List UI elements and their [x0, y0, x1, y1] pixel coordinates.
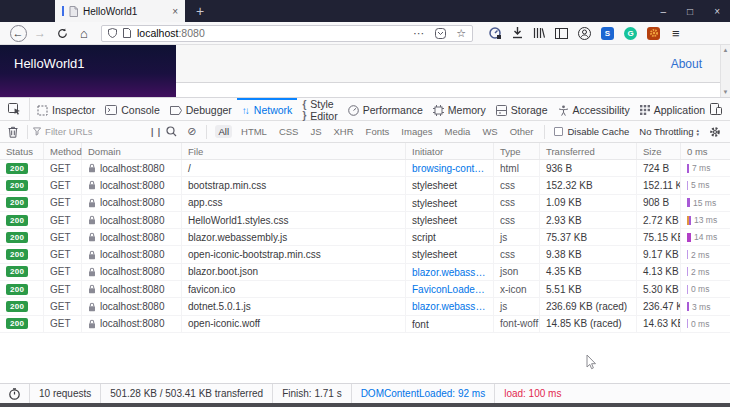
- sidebar-icon[interactable]: [555, 28, 568, 39]
- initiator-cell[interactable]: stylesheet: [406, 212, 494, 228]
- tab-close-icon[interactable]: ×: [172, 6, 178, 17]
- col-method[interactable]: Method: [44, 143, 82, 159]
- tab-accessibility[interactable]: Accessibility: [553, 98, 635, 120]
- file-cell[interactable]: open-iconic.woff: [182, 316, 406, 332]
- filter-other[interactable]: Other: [507, 125, 537, 138]
- initiator-cell[interactable]: blazor.webassembly.js:…: [406, 264, 494, 280]
- file-cell[interactable]: app.css: [182, 195, 406, 211]
- filter-css[interactable]: CSS: [276, 125, 302, 138]
- tab-application[interactable]: Application: [635, 98, 710, 120]
- bookmark-star-icon[interactable]: ☆: [456, 27, 466, 40]
- tab-style-editor[interactable]: { } Style Editor: [297, 98, 342, 120]
- download-icon[interactable]: [512, 27, 523, 39]
- reload-button[interactable]: [51, 28, 73, 39]
- table-row[interactable]: 200 GET localhost:8080 / browsing-contex…: [0, 160, 730, 177]
- about-link[interactable]: About: [671, 57, 702, 71]
- scroll-down-icon[interactable]: ▼: [723, 89, 729, 95]
- account-icon[interactable]: [578, 27, 591, 40]
- file-cell[interactable]: blazor.webassembly.js: [182, 229, 406, 245]
- forward-button[interactable]: →: [29, 26, 51, 40]
- initiator-cell[interactable]: blazor.webassembly.js:…: [406, 298, 494, 314]
- table-row[interactable]: 200 GET localhost:8080 open-iconic.woff …: [0, 316, 730, 333]
- file-cell[interactable]: HelloWorld1.styles.css: [182, 212, 406, 228]
- s-extension-icon[interactable]: S: [601, 27, 614, 40]
- page-info-icon[interactable]: [123, 28, 131, 38]
- col-domain[interactable]: Domain: [82, 143, 182, 159]
- initiator-cell[interactable]: FaviconLoader.jsm:191…: [406, 281, 494, 297]
- table-row[interactable]: 200 GET localhost:8080 blazor.boot.json …: [0, 264, 730, 281]
- scroll-up-icon[interactable]: ▲: [723, 47, 729, 53]
- file-cell[interactable]: favicon.ico: [182, 281, 406, 297]
- url-text[interactable]: localhost:8080: [137, 27, 205, 39]
- window-maximize-button[interactable]: □: [687, 6, 693, 17]
- file-cell[interactable]: /: [182, 160, 406, 176]
- library-icon[interactable]: [533, 27, 545, 39]
- page-actions-icon[interactable]: ⋯: [413, 27, 425, 40]
- tab-debugger[interactable]: Debugger: [165, 98, 237, 120]
- initiator-cell[interactable]: stylesheet: [406, 177, 494, 193]
- page-brand[interactable]: HelloWorld1: [14, 56, 85, 71]
- filter-images[interactable]: Images: [398, 125, 435, 138]
- filter-html[interactable]: HTML: [238, 125, 270, 138]
- table-row[interactable]: 200 GET localhost:8080 favicon.ico Favic…: [0, 281, 730, 298]
- file-cell[interactable]: dotnet.5.0.1.js: [182, 298, 406, 314]
- col-transferred[interactable]: Transferred: [540, 143, 637, 159]
- initiator-cell[interactable]: stylesheet: [406, 246, 494, 262]
- url-bar[interactable]: localhost:8080 ⋯ ☆: [101, 25, 473, 42]
- shield-icon[interactable]: [108, 28, 117, 38]
- element-picker-icon[interactable]: [0, 98, 30, 120]
- filter-urls-input[interactable]: [45, 126, 151, 137]
- tab-inspector[interactable]: Inspector: [32, 98, 100, 120]
- file-cell[interactable]: blazor.boot.json: [182, 264, 406, 280]
- file-cell[interactable]: open-iconic-bootstrap.min.css: [182, 246, 406, 262]
- table-row[interactable]: 200 GET localhost:8080 HelloWorld1.style…: [0, 212, 730, 229]
- filter-xhr[interactable]: XHR: [331, 125, 357, 138]
- network-settings-gear-icon[interactable]: [709, 126, 721, 138]
- filter-media[interactable]: Media: [442, 125, 474, 138]
- tab-memory[interactable]: Memory: [428, 98, 491, 120]
- home-button[interactable]: ⌂: [73, 26, 95, 41]
- throttling-dropdown[interactable]: No Throttling ▴▾: [639, 126, 699, 137]
- tab-performance[interactable]: Performance: [343, 98, 428, 120]
- menu-icon[interactable]: ≡: [672, 26, 680, 41]
- table-row[interactable]: 200 GET localhost:8080 dotnet.5.0.1.js b…: [0, 298, 730, 315]
- tab-network[interactable]: ↑↓ Network: [237, 98, 298, 120]
- col-file[interactable]: File: [182, 143, 406, 159]
- filter-urls-field[interactable]: [33, 126, 151, 137]
- filter-js[interactable]: JS: [307, 125, 324, 138]
- responsive-design-icon[interactable]: [710, 103, 722, 115]
- col-status[interactable]: Status: [0, 143, 44, 159]
- table-row[interactable]: 200 GET localhost:8080 open-iconic-boots…: [0, 246, 730, 263]
- clear-requests-icon[interactable]: [0, 126, 22, 138]
- filter-fonts[interactable]: Fonts: [363, 125, 393, 138]
- initiator-cell[interactable]: browsing-context.js:11…: [406, 160, 494, 176]
- tab-console[interactable]: Console: [100, 98, 165, 120]
- block-requests-icon[interactable]: ⊘: [187, 125, 196, 138]
- gauge-extension-icon[interactable]: [489, 27, 502, 40]
- new-tab-button[interactable]: +: [196, 3, 204, 19]
- filter-all[interactable]: All: [215, 125, 232, 138]
- window-minimize-button[interactable]: –: [661, 6, 667, 17]
- grammarly-extension-icon[interactable]: G: [624, 27, 637, 40]
- browser-tab[interactable]: HelloWorld1 ×: [55, 0, 185, 22]
- page-scrollbar[interactable]: ▲ ▼: [720, 45, 730, 97]
- table-row[interactable]: 200 GET localhost:8080 app.css styleshee…: [0, 195, 730, 212]
- disable-cache-control[interactable]: Disable Cache: [554, 126, 629, 137]
- back-button[interactable]: ←: [7, 25, 29, 42]
- col-type[interactable]: Type: [494, 143, 540, 159]
- disable-cache-checkbox[interactable]: [554, 127, 563, 136]
- initiator-cell[interactable]: script: [406, 229, 494, 245]
- orange-extension-icon[interactable]: [647, 27, 660, 40]
- col-size[interactable]: Size: [637, 143, 681, 159]
- table-row[interactable]: 200 GET localhost:8080 bootstrap.min.css…: [0, 177, 730, 194]
- tab-storage[interactable]: Storage: [491, 98, 553, 120]
- initiator-cell[interactable]: font: [406, 316, 494, 332]
- pocket-icon[interactable]: [435, 28, 446, 39]
- window-close-button[interactable]: ×: [714, 6, 720, 17]
- search-icon[interactable]: [166, 126, 177, 137]
- pause-icon[interactable]: | |: [151, 127, 161, 137]
- col-initiator[interactable]: Initiator: [406, 143, 494, 159]
- table-row[interactable]: 200 GET localhost:8080 blazor.webassembl…: [0, 229, 730, 246]
- file-cell[interactable]: bootstrap.min.css: [182, 177, 406, 193]
- initiator-cell[interactable]: stylesheet: [406, 195, 494, 211]
